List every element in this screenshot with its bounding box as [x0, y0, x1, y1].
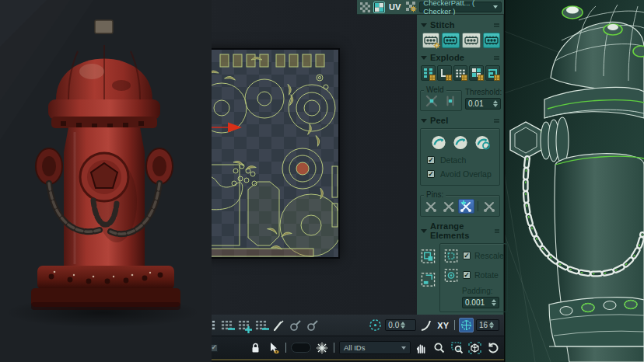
pin-move-button[interactable] [423, 199, 439, 214]
spinner-arrows-icon[interactable] [493, 100, 498, 107]
checkmark-icon: ✓ [464, 272, 470, 279]
arrange-options-group: ✓ Rescale ✓ Rotate Padding: 0.001 [439, 243, 508, 312]
paint-brush-small-icon[interactable] [305, 318, 320, 332]
threshold-spinner[interactable]: 0.01 [465, 98, 501, 110]
detach-checkbox[interactable]: ✓ [427, 156, 435, 164]
soft-selection-spinner[interactable]: 0.0 [385, 319, 416, 331]
id-filter-dropdown[interactable]: All IDs [339, 341, 411, 354]
pin-select-button[interactable] [441, 199, 457, 214]
option-badge-icon [446, 75, 452, 81]
select-element-cursor-icon[interactable] [266, 340, 281, 355]
pin-remove-button[interactable] [481, 199, 498, 214]
weld-selected-button[interactable] [423, 94, 440, 108]
paint-brush-large-icon[interactable] [288, 318, 303, 332]
rotate-label: Rotate [474, 270, 499, 280]
uv-channel-label: UV [389, 2, 401, 12]
collapse-arrow-icon [421, 119, 427, 123]
padding-value: 0.001 [465, 298, 490, 307]
threshold-label: Threshold: [465, 88, 502, 96]
stitch-source-button[interactable] [442, 33, 459, 48]
explode-header[interactable]: Explode [421, 53, 499, 62]
minus-badge-icon [228, 325, 235, 332]
break-corner-button[interactable] [437, 65, 452, 81]
checker-active-icon[interactable] [373, 2, 385, 13]
zoom-region-icon[interactable] [450, 340, 464, 355]
rotate-elements-button[interactable] [443, 267, 459, 283]
falloff-curve-icon[interactable] [418, 318, 433, 332]
option-badge-icon [429, 75, 436, 81]
pan-hand-icon[interactable] [414, 340, 429, 355]
spinner-arrows-icon[interactable] [489, 322, 494, 329]
option-badge-icon [494, 75, 500, 81]
section-arrange: Arrange Elements [420, 221, 500, 312]
checkmark-icon: ✓ [212, 344, 218, 351]
explode-checker-button[interactable] [469, 65, 484, 81]
edge-distance-value: 16 [479, 321, 488, 329]
peel-mode-button[interactable] [452, 134, 469, 151]
revert-zoom-icon[interactable] [485, 340, 500, 355]
weld-all-button[interactable] [443, 94, 460, 108]
stitch-target-button[interactable] [483, 33, 500, 48]
pin-add-button[interactable] [458, 199, 474, 214]
checker-settings-icon[interactable] [405, 2, 417, 13]
pack-together-button[interactable] [420, 271, 436, 287]
pins-label: Pins: [424, 190, 446, 199]
explode-element-button[interactable] [485, 65, 500, 81]
id-filter-value: All IDs [344, 343, 365, 352]
quick-peel-button[interactable] [430, 134, 447, 151]
soft-selection-icon[interactable] [368, 318, 383, 332]
falloff-space-label[interactable]: XY [437, 321, 449, 330]
collapse-arrow-icon [421, 23, 427, 27]
explode-strips-button[interactable] [453, 65, 468, 81]
wireframe-viewport [504, 0, 644, 362]
uv-editor-titlebar: UV CheckerPatt... ( Checker ) [357, 0, 504, 15]
falloff-sphere-button[interactable] [459, 318, 474, 332]
stitch-average-button[interactable] [462, 33, 481, 48]
option-badge-icon [478, 75, 484, 81]
rescale-elements-button[interactable] [443, 248, 459, 263]
collapse-arrow-icon [421, 56, 427, 60]
edge-distance-spinner[interactable]: 16 [476, 319, 499, 331]
peel-reset-button[interactable] [474, 134, 491, 151]
shrink-face-selection-button[interactable] [254, 318, 268, 332]
arrange-header[interactable]: Arrange Elements [421, 221, 499, 240]
rotate-checkbox[interactable]: ✓ [463, 271, 471, 279]
stitch-title: Stitch [430, 20, 455, 30]
threshold-value: 0.01 [468, 99, 492, 108]
grow-face-selection-button[interactable] [236, 318, 251, 332]
spinner-arrows-icon[interactable] [401, 322, 405, 329]
option-badge-icon [461, 75, 467, 81]
peel-header[interactable]: Peel [421, 116, 499, 125]
minus-badge-icon [262, 325, 269, 332]
avoid-overlap-checkbox[interactable]: ✓ [427, 170, 435, 178]
rescale-label: Rescale [474, 251, 504, 260]
tool-panel: Stitch [417, 15, 504, 315]
stitch-header[interactable]: Stitch [421, 20, 499, 30]
padding-spinner[interactable]: 0.001 [462, 297, 499, 308]
shrink-edge-selection-button[interactable] [219, 318, 234, 332]
paint-select-button[interactable] [271, 318, 285, 332]
lock-selection-icon[interactable] [248, 340, 263, 355]
rollout-menu-icon[interactable] [494, 119, 499, 123]
zoom-icon[interactable] [432, 340, 446, 355]
checker-pattern-icon[interactable] [359, 2, 371, 13]
rollout-menu-icon[interactable] [494, 56, 499, 60]
rollout-menu-icon[interactable] [494, 23, 499, 27]
pins-group: Pins: [420, 195, 500, 217]
rollout-menu-icon[interactable] [495, 229, 499, 233]
separator [285, 343, 286, 353]
rescale-checkbox[interactable]: ✓ [463, 252, 471, 259]
pack-normalize-button[interactable] [420, 248, 436, 264]
zoom-extents-icon[interactable] [467, 340, 482, 355]
stitch-custom-button[interactable] [422, 33, 439, 48]
break-by-edge-button[interactable] [421, 65, 436, 81]
texture-checker-dropdown[interactable]: CheckerPatt... ( Checker ) [419, 2, 502, 12]
snowflake-freeze-icon[interactable] [314, 340, 329, 355]
selection-preview-swatch[interactable] [291, 343, 311, 353]
separator [478, 201, 478, 211]
spinner-arrows-icon[interactable] [492, 299, 496, 306]
soft-selection-value: 0.0 [388, 321, 399, 329]
padding-label: Padding: [462, 287, 504, 295]
gear-badge-icon [433, 42, 440, 49]
section-explode: Explode [420, 53, 500, 111]
